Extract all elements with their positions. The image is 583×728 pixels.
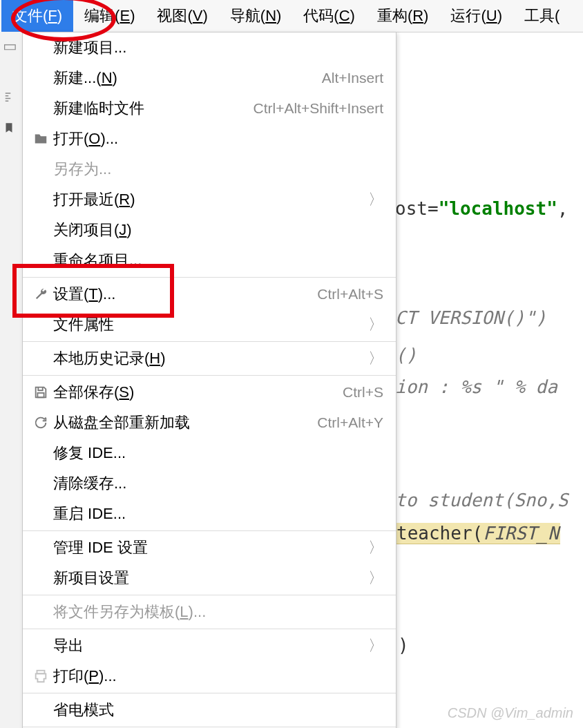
- submenu-chevron-icon: 〉: [368, 189, 383, 210]
- menu-code[interactable]: 代码(C): [292, 0, 366, 32]
- editor-area[interactable]: ost="localhost", CT VERSION()") () ion :…: [395, 32, 583, 728]
- menu-item-20[interactable]: 管理 IDE 设置〉: [23, 533, 396, 563]
- menu-item-14[interactable]: 全部保存(S)Ctrl+S: [23, 377, 396, 408]
- menu-file[interactable]: 文件(F): [1, 0, 73, 32]
- project-tool-icon[interactable]: ▭: [3, 37, 17, 55]
- file-menu-dropdown: 新建项目...新建...(N)Alt+Insert新建临时文件Ctrl+Alt+…: [22, 32, 396, 728]
- menu-item-label: 新建...(N): [52, 68, 117, 88]
- reload-icon: [30, 415, 52, 430]
- menu-item-label: 重启 IDE...: [52, 504, 126, 524]
- menu-item-0[interactable]: 新建项目...: [23, 32, 396, 63]
- wrench-icon: [30, 287, 52, 302]
- menu-item-1[interactable]: 新建...(N)Alt+Insert: [23, 63, 396, 93]
- menu-item-26[interactable]: 打印(P)...: [23, 661, 396, 691]
- submenu-chevron-icon: 〉: [368, 348, 383, 369]
- menu-item-label: 打印(P)...: [52, 666, 117, 687]
- menu-item-shortcut: Ctrl+S: [343, 384, 383, 401]
- menu-item-label: 导出: [52, 635, 84, 656]
- menu-item-21[interactable]: 新项目设置〉: [23, 563, 396, 593]
- menu-item-18[interactable]: 重启 IDE...: [23, 499, 396, 529]
- menu-item-28[interactable]: 省电模式: [23, 695, 396, 725]
- submenu-chevron-icon: 〉: [368, 314, 383, 335]
- menu-item-shortcut: Ctrl+Alt+S: [317, 286, 383, 303]
- menu-item-label: 设置(T)...: [52, 284, 115, 305]
- menu-item-label: 另存为...: [52, 159, 111, 180]
- menu-item-label: 将文件另存为模板(L)...: [52, 602, 206, 622]
- menu-item-5[interactable]: 打开最近(R)〉: [23, 184, 396, 215]
- save-icon: [30, 385, 52, 400]
- watermark: CSDN @Vim_admin: [448, 705, 573, 721]
- structure-tool-icon[interactable]: [3, 90, 15, 108]
- tool-window-gutter: ▭: [0, 32, 23, 728]
- menu-item-2[interactable]: 新建临时文件Ctrl+Alt+Shift+Insert: [23, 93, 396, 124]
- menu-item-16[interactable]: 修复 IDE...: [23, 438, 396, 468]
- menu-item-label: 修复 IDE...: [52, 443, 126, 463]
- menu-item-25[interactable]: 导出〉: [23, 631, 396, 661]
- menu-item-12[interactable]: 本地历史记录(H)〉: [23, 343, 396, 374]
- menu-item-7[interactable]: 重命名项目...: [23, 245, 396, 276]
- menu-item-3[interactable]: 打开(O)...: [23, 124, 396, 154]
- menu-separator: [23, 375, 396, 376]
- submenu-chevron-icon: 〉: [368, 568, 383, 588]
- menu-item-label: 打开最近(R): [52, 189, 135, 210]
- folder-icon: [30, 131, 52, 146]
- menu-item-label: 关闭项目(J): [52, 220, 132, 240]
- print-icon: [30, 669, 52, 684]
- menu-item-label: 省电模式: [52, 700, 114, 720]
- menu-item-6[interactable]: 关闭项目(J): [23, 215, 396, 245]
- menu-separator: [23, 595, 396, 595]
- menu-item-4: 另存为...: [23, 154, 396, 184]
- menu-item-label: 管理 IDE 设置: [52, 537, 148, 558]
- menu-item-label: 新建项目...: [52, 37, 126, 58]
- menu-separator: [23, 629, 396, 629]
- submenu-chevron-icon: 〉: [368, 537, 383, 558]
- menu-edit[interactable]: 编辑(E): [73, 0, 146, 32]
- menu-item-shortcut: Ctrl+Alt+Shift+Insert: [254, 100, 384, 117]
- menu-item-23: 将文件另存为模板(L)...: [23, 597, 396, 627]
- menu-item-label: 文件属性: [52, 314, 114, 335]
- svg-rect-0: [37, 393, 44, 397]
- menu-separator: [23, 277, 396, 278]
- menu-tools[interactable]: 工具(: [513, 0, 571, 32]
- menu-item-shortcut: Alt+Insert: [322, 70, 383, 86]
- menu-refactor[interactable]: 重构(R): [366, 0, 440, 32]
- menu-separator: [23, 693, 396, 693]
- menu-separator: [23, 530, 396, 531]
- menu-item-label: 新项目设置: [52, 568, 129, 588]
- menu-item-label: 从磁盘全部重新加载: [52, 412, 190, 433]
- menu-item-label: 清除缓存...: [52, 473, 126, 494]
- menu-run[interactable]: 运行(U): [439, 0, 513, 32]
- menu-item-label: 重命名项目...: [52, 250, 142, 271]
- menu-item-label: 全部保存(S): [52, 382, 134, 403]
- menu-item-label: 打开(O)...: [52, 128, 118, 149]
- menu-item-10[interactable]: 文件属性〉: [23, 309, 396, 340]
- menu-item-label: 新建临时文件: [52, 98, 144, 119]
- submenu-chevron-icon: 〉: [368, 635, 383, 656]
- menu-item-15[interactable]: 从磁盘全部重新加载Ctrl+Alt+Y: [23, 408, 396, 438]
- menu-separator: [23, 727, 396, 727]
- menu-separator: [23, 341, 396, 342]
- menu-item-label: 本地历史记录(H): [52, 348, 166, 369]
- menu-item-shortcut: Ctrl+Alt+Y: [317, 414, 383, 431]
- menu-navigate[interactable]: 导航(N): [219, 0, 293, 32]
- bookmark-tool-icon[interactable]: [3, 120, 15, 138]
- menubar: 文件(F) 编辑(E) 视图(V) 导航(N) 代码(C) 重构(R) 运行(U…: [0, 0, 583, 32]
- menu-item-17[interactable]: 清除缓存...: [23, 468, 396, 499]
- menu-item-9[interactable]: 设置(T)...Ctrl+Alt+S: [23, 279, 396, 309]
- menu-view[interactable]: 视图(V): [146, 0, 218, 32]
